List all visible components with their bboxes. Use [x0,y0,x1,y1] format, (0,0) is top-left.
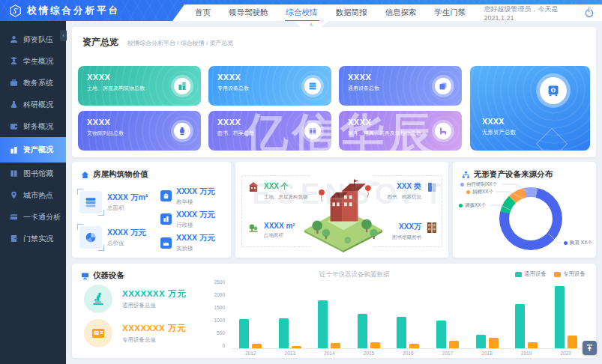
person-icon [10,35,18,43]
app-title: 校情综合分析平台 [27,4,120,17]
bar [555,286,565,348]
home-icon [81,171,89,179]
chevron-up-icon: ∧ [309,22,313,27]
sidebar-item-onecard[interactable]: 一卡通分析 [0,206,66,228]
sidebar-item-students[interactable]: 学生概况 [0,50,66,72]
sidebar-item-label: 资产概况 [23,145,53,155]
bar [331,343,340,348]
furniture-icon [439,127,448,136]
sidebar-item-research[interactable]: 科研概况 [0,94,66,115]
sidebar-item-city-hotspots[interactable]: 城市热点 [0,184,66,206]
donut-label-allocated: 调拨XX个 [459,202,486,209]
legend-general-equipment[interactable]: 通用设备 [515,270,547,278]
bookshelf-icon [426,222,438,234]
bar-chart-y-axis: 25002000150010005000 [205,279,225,348]
campus-stat-library-books: XXX万 图书馆藏图书 [392,222,438,241]
legend-special-equipment[interactable]: 专用设备 [554,270,586,278]
stat-label: 通用设备总值 [122,302,186,309]
donut-label-donated: 捐赠XX个 [466,189,493,195]
bar [476,335,486,348]
sidebar-item-access-control[interactable]: 门禁实况 [0,228,66,249]
svg-text:¥: ¥ [552,88,555,93]
decor-prism [536,128,568,151]
card-icon [10,213,18,221]
stat-value: XXXXXXX 万元 [122,323,186,334]
legend-dot [564,241,568,245]
legend-dot [466,190,470,194]
nav-home[interactable]: 首页 [195,7,211,18]
stat-card-general-equipment: XXXX 通用设备总数 [339,66,462,106]
bar [568,336,577,348]
stat-value: XXXX m² [264,222,295,230]
stat-label: 教学楼 [176,198,215,206]
stat-value: XXX 类 [388,181,422,192]
campus-illustration [300,169,387,253]
bar-group [358,283,380,348]
bar-group [279,283,301,348]
sidebar-item-label: 门禁实况 [23,234,53,244]
building-icon [178,82,187,91]
back-to-top-button[interactable] [583,341,597,355]
logo-hexagon-icon [9,4,22,17]
nav-data-brief[interactable]: 数据简报 [336,7,367,18]
section-title: 仪器设备 [93,270,124,281]
pin-icon [10,191,18,199]
sidebar-item-faculty[interactable]: 师资队伍 [0,28,66,50]
campus-stat-area: XXXX m² 占地面积 [247,222,295,239]
asset-stat-cards: XXXX 土地、房屋及构筑物总数 XXXX 专用设备总数 XXXX 通用设备总数… [78,66,462,151]
bar [358,314,367,348]
book-icon [10,169,18,178]
bar-group [436,283,459,348]
stat-value: XXXX 万元 [176,210,215,220]
legend-dot [459,204,463,207]
breadcrumb[interactable]: 校情综合分析平台 / 综合校情 / 资产总览 [127,39,233,47]
sidebar-item-finance[interactable]: 财务概况 [0,115,66,137]
x-axis-label: 2020 [551,351,581,356]
special-equipment-stat: XXXXXXX 万元 专用设备总值 [84,319,186,348]
stat-card-special-equipment: XXXX 专用设备总数 [208,66,331,106]
legend-dot [460,183,464,186]
books-icon [426,181,438,193]
sidebar-item-label: 师资队伍 [23,34,53,45]
building-value-panel: 房屋构筑物价值 XXXX 万m² 总面积 XXXX 万元 总价值 [72,162,231,258]
bar-chart-legend: 通用设备 专用设备 [515,270,586,278]
bar-chart-title: 近十年仪器设备购置数据 [319,270,390,279]
nav-info-explore[interactable]: 信息探索 [385,7,417,18]
bar [239,319,249,348]
x-axis-label: 2014 [314,351,344,356]
sidebar-item-academic[interactable]: 教务系统 [0,72,66,94]
campus-stat-buildings: XXX 个 土地、房屋及构筑物 [247,181,308,201]
sidebar-item-label: 教务系统 [23,78,53,88]
building-icon [10,146,18,154]
nav-comprehensive[interactable]: 综合校情 [286,7,318,18]
stat-label: 图书、档案信息 [388,194,422,201]
nav-student-access[interactable]: 学生门禁 [435,7,466,18]
stat-label: 总价值 [107,240,146,247]
x-axis-label: 2017 [433,351,463,356]
bar [528,342,538,348]
sidebar-item-assets[interactable]: 资产概况 [0,137,66,163]
stat-value: XXXX 万元 [176,186,215,197]
bar [318,300,328,348]
stat-label: 图书馆藏图书 [392,234,421,241]
section-title: 房屋构筑物价值 [93,169,148,180]
safe-icon: ¥ [547,84,560,97]
bar-plot [231,283,586,349]
stat-value: XXX 个 [264,181,308,192]
schoolhouse-icon [247,181,259,193]
bar [489,338,499,348]
intangible-source-panel: 无形资产设备来源分布 自行研制XX个 捐赠XX个 调拨XX个 购置 XX个 [453,162,596,258]
sidebar-collapse-handle[interactable]: ‹ [60,30,67,41]
top-nav: 首页 领导驾驶舱 综合校情 数据简报 信息探索 学生门禁 您好超级管理员，今天是… [172,4,602,21]
logout-power-icon[interactable] [586,9,593,17]
nav-leader-cockpit[interactable]: 领导驾驶舱 [229,7,268,18]
sidebar-item-library[interactable]: 图书馆藏 [0,163,66,184]
microscope-icon [91,291,106,306]
stat-card-furniture: XXXX 家具、用具、装具及动植物总数 [339,111,462,151]
sidebar-item-label: 财务概况 [23,121,53,132]
book-icon [308,127,317,136]
x-axis-label: 2016 [393,351,423,356]
bar [409,344,419,348]
stat-card-books-archives: XXXX 图书、档案总数 [208,111,331,151]
stat-value: XXX万 [392,222,421,232]
